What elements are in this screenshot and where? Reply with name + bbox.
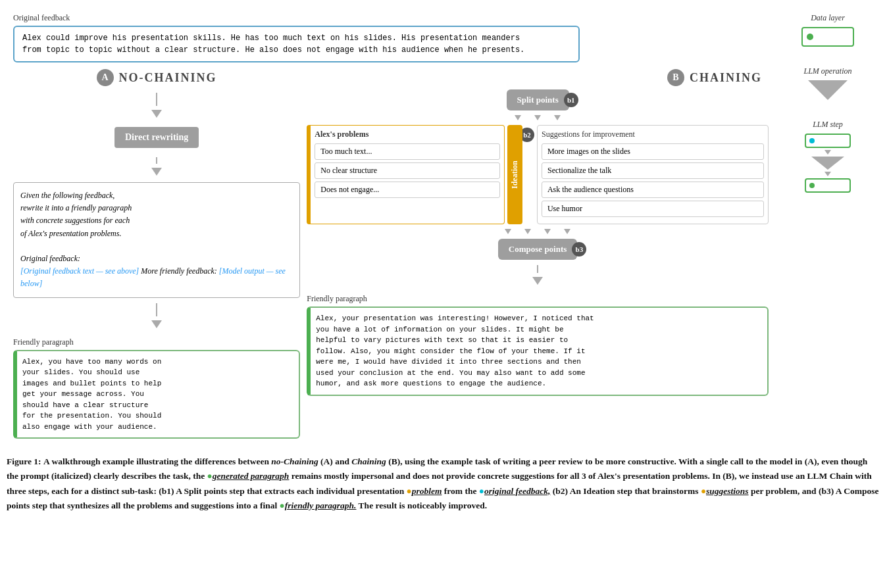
legend-llm-op-item: LLM operation bbox=[803, 66, 851, 100]
legend-llm-op-label: LLM operation bbox=[803, 66, 851, 76]
split-badge: b1 bbox=[564, 93, 578, 107]
suggestion-item-2: Sectionalize the talk bbox=[542, 162, 764, 179]
arrow-comp-1 bbox=[505, 229, 511, 234]
problem-item-1: Too much text... bbox=[315, 143, 500, 160]
badge-b: B bbox=[667, 69, 684, 86]
arrow-a-top bbox=[151, 93, 162, 122]
original-feedback-box: Alex could improve his presentation skil… bbox=[13, 26, 580, 62]
output-label-b: Friendly paragraph bbox=[307, 294, 769, 304]
output-label-a: Friendly paragraph bbox=[13, 337, 300, 347]
legend-data-layer-label: Data layer bbox=[811, 13, 845, 23]
step-cyan-dot bbox=[809, 138, 815, 143]
output-text-b: Alex, your presentation was interesting!… bbox=[316, 314, 594, 387]
problems-title: Alex's problems bbox=[315, 130, 500, 139]
problems-box: Alex's problems Too much text... No clea… bbox=[307, 125, 505, 224]
prompt-text2: More friendly feedback: bbox=[139, 266, 219, 276]
legend-step-data-in bbox=[805, 134, 851, 148]
llm-op-trapezoid bbox=[808, 80, 848, 100]
arrow-a-bot bbox=[151, 303, 162, 332]
direct-rewriting-box: Direct rewriting bbox=[114, 127, 199, 148]
legend-llm-step-visual bbox=[805, 134, 851, 193]
caption-figure-num: Figure 1: bbox=[7, 456, 41, 466]
output-box-a: Alex, you have too many words on your sl… bbox=[13, 350, 300, 439]
split-points-wrapper: Split points b1 bbox=[507, 89, 569, 110]
ideation-badge-row: Ideation b2 bbox=[507, 125, 534, 224]
arrow-split-2 bbox=[534, 115, 541, 120]
prompt-box: Given the following feedback, rewrite it… bbox=[13, 182, 300, 298]
col-a: A NO-CHAINING Direct rewriting Given the… bbox=[13, 69, 300, 439]
legend-llm-step-label: LLM step bbox=[813, 120, 843, 130]
legend-step-data-out bbox=[805, 178, 851, 193]
legend-sidebar: Data layer LLM operation LLM step bbox=[775, 7, 880, 445]
caption-text: A walkthrough example illustrating the d… bbox=[7, 456, 878, 510]
arrow-a-mid bbox=[151, 157, 162, 180]
arrow-down-a1 bbox=[151, 110, 162, 118]
step-arrow-2 bbox=[824, 172, 831, 176]
arrow-down-a2 bbox=[151, 168, 162, 176]
ideation-badge-wrapper: b2 bbox=[522, 125, 534, 224]
main-diagram: Original feedback Alex could improve his… bbox=[7, 7, 775, 445]
figure-container: Original feedback Alex could improve his… bbox=[7, 7, 880, 445]
output-section-b: Friendly paragraph Alex, your presentati… bbox=[307, 294, 769, 396]
section-title-a: NO-CHAINING bbox=[119, 71, 217, 85]
compose-badge: b3 bbox=[572, 242, 586, 257]
arrow-line-b1 bbox=[537, 265, 538, 273]
arrow-comp-4 bbox=[564, 229, 570, 234]
output-box-b: Alex, your presentation was interesting!… bbox=[307, 306, 769, 396]
ideation-box: Ideation bbox=[507, 125, 522, 224]
compose-points-label: Compose points bbox=[509, 244, 567, 254]
split-points-label: Split points bbox=[517, 95, 559, 105]
columns-row: A NO-CHAINING Direct rewriting Given the… bbox=[13, 69, 769, 439]
chaining-inner: Split points b1 Alex's prob bbox=[307, 89, 769, 396]
arrow-split-3 bbox=[554, 115, 561, 120]
arrow-down-b1 bbox=[532, 277, 543, 285]
arrow-down-a3 bbox=[151, 320, 162, 328]
b-section-header: B CHAINING bbox=[667, 69, 762, 86]
arrow-line-a1 bbox=[156, 93, 157, 106]
step-arrow-1 bbox=[824, 150, 831, 155]
col-b: B CHAINING Split points b1 bbox=[307, 69, 769, 439]
ideation-wrapper: Ideation b2 bbox=[507, 125, 534, 224]
ideation-label: Ideation bbox=[510, 160, 520, 189]
arrows-multi-2 bbox=[505, 229, 570, 234]
split-points-box: Split points bbox=[507, 89, 569, 110]
legend-data-layer-visual bbox=[801, 27, 854, 47]
output-text-a: Alex, you have too many words on your sl… bbox=[22, 358, 161, 431]
problem-item-3: Does not engage... bbox=[315, 182, 500, 198]
output-section-a: Friendly paragraph Alex, you have too ma… bbox=[13, 337, 300, 439]
legend-llm-step-item: LLM step bbox=[805, 120, 851, 193]
arrow-line-a3 bbox=[156, 303, 157, 316]
arrow-split-1 bbox=[515, 115, 521, 120]
suggestion-item-1: More images on the slides bbox=[542, 143, 764, 160]
problem-item-2: No clear structure bbox=[315, 162, 500, 179]
section-label-a: A NO-CHAINING bbox=[97, 69, 217, 86]
data-layer-dot bbox=[807, 34, 813, 40]
figure-caption: Figure 1: A walkthrough example illustra… bbox=[7, 454, 880, 513]
compose-points-wrapper: Compose points b3 bbox=[498, 239, 578, 260]
original-feedback-label: Original feedback bbox=[13, 13, 70, 23]
arrow-line-a2 bbox=[156, 157, 157, 164]
arrow-comp-3 bbox=[544, 229, 551, 234]
arrow-comp-2 bbox=[524, 229, 531, 234]
badge-a: A bbox=[97, 69, 114, 86]
section-title-b: CHAINING bbox=[690, 71, 762, 85]
suggestions-title: Suggestions for improvement bbox=[542, 130, 764, 139]
step-llm-trap bbox=[811, 157, 844, 170]
suggestion-item-3: Ask the audience questions bbox=[542, 182, 764, 198]
arrow-b-bot bbox=[532, 265, 543, 289]
prompt-link: [Original feedback text — see above] bbox=[20, 266, 139, 276]
prompt-text: Given the following feedback, rewrite it… bbox=[20, 191, 132, 263]
original-feedback-section: Original feedback Alex could improve his… bbox=[13, 13, 580, 62]
step-green-dot bbox=[809, 183, 815, 188]
original-feedback-text: Alex could improve his presentation skil… bbox=[22, 34, 524, 55]
suggestion-item-4: Use humor bbox=[542, 201, 764, 217]
arrows-multi-1 bbox=[515, 115, 561, 120]
legend-data-layer-item: Data layer bbox=[801, 13, 854, 47]
problems-suggestions-row: Alex's problems Too much text... No clea… bbox=[307, 125, 769, 224]
suggestions-box: Suggestions for improvement More images … bbox=[537, 125, 769, 224]
compose-points-box: Compose points bbox=[498, 239, 578, 260]
